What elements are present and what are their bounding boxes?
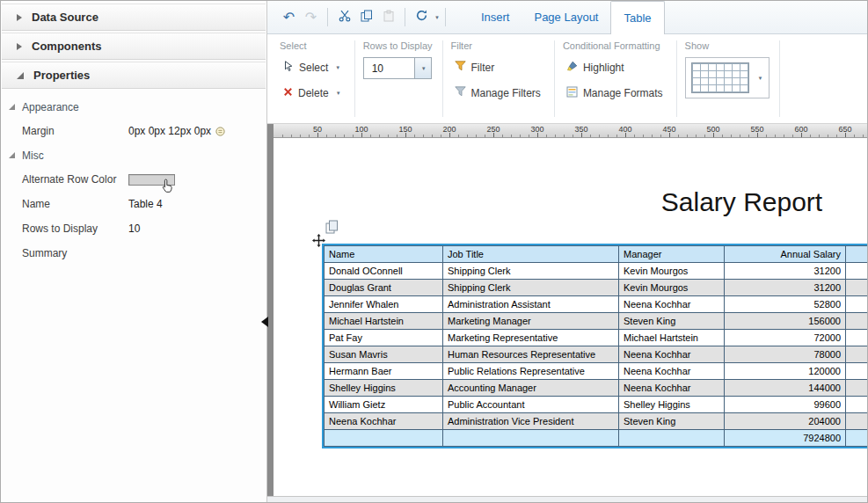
- table-row[interactable]: Michael HartsteinMarketing ManagerSteven…: [325, 313, 868, 330]
- table-cell[interactable]: William Gietz: [325, 397, 443, 413]
- table-cell[interactable]: 204000: [725, 413, 846, 430]
- table-cell[interactable]: Steven King: [619, 313, 725, 330]
- report-page[interactable]: Salary Report NameJob TitleManagerAnnual…: [274, 138, 868, 496]
- horizontal-scrollbar[interactable]: [267, 496, 868, 503]
- preview-button[interactable]: [411, 6, 433, 28]
- table-row[interactable]: Pat FayMarketing RepresentativeMichael H…: [325, 330, 868, 346]
- table-cell[interactable]: Kevin Mourgos: [619, 263, 725, 280]
- sidebar-section-components[interactable]: Components: [2, 33, 266, 60]
- salary-table[interactable]: NameJob TitleManagerAnnual SalaryDonald …: [324, 245, 868, 447]
- highlight-button[interactable]: Highlight: [563, 57, 628, 77]
- table-row[interactable]: Jennifer WhalenAdministration AssistantN…: [325, 296, 868, 313]
- table-cell[interactable]: [846, 296, 868, 313]
- table-row[interactable]: William GietzPublic AccountantShelley Hi…: [325, 397, 868, 413]
- name-value[interactable]: Table 4: [128, 198, 163, 210]
- table-cell[interactable]: 78000: [725, 346, 846, 363]
- table-cell[interactable]: Shelley Higgins: [619, 397, 725, 413]
- table-total-cell[interactable]: [325, 430, 443, 447]
- table-cell[interactable]: Kevin Mourgos: [619, 280, 725, 296]
- table-row[interactable]: Susan MavrisHuman Resources Representati…: [325, 346, 868, 363]
- show-grid-button[interactable]: ▼: [685, 57, 770, 98]
- column-header[interactable]: Manager: [619, 246, 725, 263]
- table-total-cell[interactable]: [443, 430, 619, 447]
- table-cell[interactable]: [846, 280, 868, 296]
- table-cell[interactable]: [846, 330, 868, 346]
- table-total-cell[interactable]: [846, 430, 868, 447]
- table-cell[interactable]: [846, 413, 868, 430]
- table-cell[interactable]: Michael Hartstein: [619, 330, 725, 346]
- sidebar-collapse-handle[interactable]: [261, 317, 268, 327]
- manage-formats-button[interactable]: Manage Formats: [563, 83, 667, 103]
- table-cell[interactable]: 72000: [725, 330, 846, 346]
- table-cell[interactable]: 156000: [725, 313, 846, 330]
- table-total-cell[interactable]: [619, 430, 725, 447]
- table-cell[interactable]: Donald OConnell: [325, 263, 443, 280]
- table-cell[interactable]: Douglas Grant: [325, 280, 443, 296]
- tab-page-layout[interactable]: Page Layout: [522, 1, 610, 33]
- select-button[interactable]: Select ▼: [280, 57, 344, 77]
- paste-button[interactable]: [377, 6, 399, 28]
- table-cell[interactable]: Susan Mavris: [325, 346, 443, 363]
- table-row[interactable]: Neena KochharAdministration Vice Preside…: [325, 413, 868, 430]
- column-header[interactable]: [846, 246, 868, 263]
- table-row[interactable]: Shelley HigginsAccounting ManagerNeena K…: [325, 380, 868, 397]
- table-cell[interactable]: 99600: [725, 397, 846, 413]
- table-cell[interactable]: Neena Kochhar: [619, 380, 725, 397]
- column-header[interactable]: Annual Salary: [725, 246, 846, 263]
- filter-button[interactable]: Filter: [451, 57, 499, 77]
- table-total-row[interactable]: 7924800: [325, 430, 868, 447]
- table-cell[interactable]: [846, 313, 868, 330]
- table-cell[interactable]: [846, 380, 868, 397]
- table-cell[interactable]: Pat Fay: [325, 330, 443, 346]
- cut-button[interactable]: [333, 6, 355, 28]
- table-cell[interactable]: Public Relations Representative: [443, 363, 619, 380]
- table-cell[interactable]: Neena Kochhar: [619, 346, 725, 363]
- copy-page-icon[interactable]: [325, 220, 339, 237]
- table-cell[interactable]: Neena Kochhar: [619, 296, 725, 313]
- table-cell[interactable]: Marketing Representative: [443, 330, 619, 346]
- tab-insert[interactable]: Insert: [469, 1, 522, 33]
- table-cell[interactable]: [846, 363, 868, 380]
- table-cell[interactable]: Neena Kochhar: [325, 413, 443, 430]
- redo-button[interactable]: ↷: [300, 6, 322, 28]
- column-header[interactable]: Name: [325, 246, 443, 263]
- table-header-row[interactable]: NameJob TitleManagerAnnual Salary: [325, 246, 868, 263]
- properties-group-appearance[interactable]: Appearance: [1, 95, 266, 119]
- table-cell[interactable]: Neena Kochhar: [619, 363, 725, 380]
- sidebar-section-properties[interactable]: Properties: [2, 62, 266, 89]
- tab-table[interactable]: Table: [610, 1, 664, 34]
- undo-button[interactable]: ↶: [278, 6, 300, 28]
- combo-dropdown-button[interactable]: ▼: [414, 58, 431, 78]
- delete-button[interactable]: Delete ▼: [280, 83, 345, 103]
- table-cell[interactable]: Steven King: [619, 413, 725, 430]
- rows-to-display-value[interactable]: 10: [128, 222, 140, 235]
- rows-to-display-select[interactable]: 10 ▼: [363, 57, 432, 79]
- margin-dialog-icon[interactable]: [215, 127, 225, 136]
- table-cell[interactable]: Public Accountant: [443, 397, 619, 413]
- preview-dropdown-caret[interactable]: ▼: [434, 15, 440, 20]
- table-cell[interactable]: Accounting Manager: [443, 380, 619, 397]
- move-handle-icon[interactable]: [312, 234, 325, 251]
- table-cell[interactable]: [846, 263, 868, 280]
- table-cell[interactable]: Hermann Baer: [325, 363, 443, 380]
- table-row[interactable]: Hermann BaerPublic Relations Representat…: [325, 363, 868, 380]
- table-cell[interactable]: 31200: [725, 280, 846, 296]
- sidebar-section-data-source[interactable]: Data Source: [2, 4, 266, 31]
- table-cell[interactable]: Marketing Manager: [443, 313, 619, 330]
- table-component[interactable]: NameJob TitleManagerAnnual SalaryDonald …: [322, 244, 868, 448]
- table-cell[interactable]: Administration Assistant: [443, 296, 619, 313]
- table-cell[interactable]: Shelley Higgins: [325, 380, 443, 397]
- table-row[interactable]: Douglas GrantShipping ClerkKevin Mourgos…: [325, 280, 868, 296]
- table-cell[interactable]: Shipping Clerk: [443, 263, 619, 280]
- table-cell[interactable]: Jennifer Whalen: [325, 296, 443, 313]
- table-cell[interactable]: 120000: [725, 363, 846, 380]
- table-cell[interactable]: Michael Hartstein: [325, 313, 443, 330]
- margin-value[interactable]: 0px 0px 12px 0px: [128, 125, 211, 137]
- table-cell[interactable]: Shipping Clerk: [443, 280, 619, 296]
- table-cell[interactable]: Administration Vice President: [443, 413, 619, 430]
- table-row[interactable]: Donald OConnellShipping ClerkKevin Mourg…: [325, 263, 868, 280]
- table-cell[interactable]: [846, 346, 868, 363]
- table-cell[interactable]: 144000: [725, 380, 846, 397]
- properties-group-misc[interactable]: Misc: [1, 143, 266, 167]
- column-header[interactable]: Job Title: [443, 246, 619, 263]
